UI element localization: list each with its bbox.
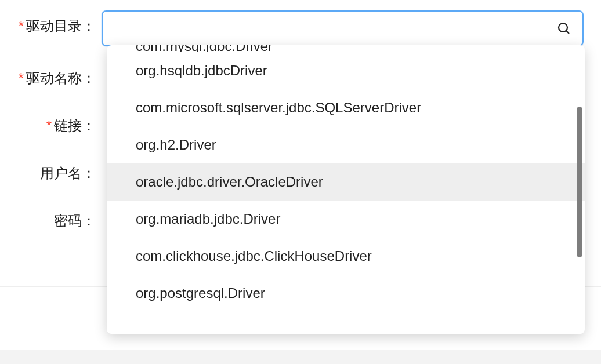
svg-line-1 — [566, 31, 569, 34]
driver-dir-search-input[interactable] — [102, 10, 584, 46]
dropdown-option[interactable]: com.clickhouse.jdbc.ClickHouseDriver — [107, 238, 585, 275]
dropdown-scroll-area: com.mysql.jdbc.Driverorg.hsqldb.jdbcDriv… — [107, 45, 585, 334]
scrollbar-track[interactable] — [577, 49, 582, 330]
footer-grey-band — [0, 350, 601, 364]
required-star: * — [46, 118, 52, 133]
svg-point-0 — [559, 23, 567, 32]
scrollbar-thumb[interactable] — [577, 107, 582, 257]
label-link: *链接： — [0, 110, 102, 141]
dropdown-option[interactable]: org.h2.Driver — [107, 126, 585, 163]
dropdown-option[interactable]: org.postgresql.Driver — [107, 275, 585, 312]
driver-dir-search-wrap — [102, 10, 584, 46]
label-password: 密码： — [0, 205, 102, 236]
required-star: * — [19, 18, 24, 34]
row-driver-dir: *驱动目录： — [0, 6, 601, 46]
label-text: 驱动目录： — [26, 18, 96, 34]
required-star: * — [19, 70, 24, 86]
label-text: 用户名： — [40, 165, 96, 181]
label-username: 用户名： — [0, 158, 102, 189]
label-text: 驱动名称： — [26, 70, 96, 86]
input-cell-driver-dir — [102, 10, 601, 46]
dropdown-option-partial[interactable] — [107, 312, 585, 319]
dropdown-option[interactable]: org.mariadb.jdbc.Driver — [107, 201, 585, 238]
label-driver-name: *驱动名称： — [0, 63, 102, 94]
dropdown-option[interactable]: oracle.jdbc.driver.OracleDriver — [107, 163, 585, 201]
dropdown-list: com.mysql.jdbc.Driverorg.hsqldb.jdbcDriv… — [107, 45, 585, 334]
search-icon[interactable] — [557, 21, 571, 35]
label-driver-dir: *驱动目录： — [0, 10, 102, 42]
label-text: 链接： — [54, 118, 96, 133]
dropdown-option[interactable]: org.hsqldb.jdbcDriver — [107, 52, 585, 89]
dropdown-option[interactable]: com.microsoft.sqlserver.jdbc.SQLServerDr… — [107, 89, 585, 126]
dropdown-option[interactable]: com.mysql.jdbc.Driver — [107, 45, 585, 52]
label-text: 密码： — [54, 213, 96, 228]
driver-dropdown-panel: com.mysql.jdbc.Driverorg.hsqldb.jdbcDriv… — [107, 45, 585, 334]
